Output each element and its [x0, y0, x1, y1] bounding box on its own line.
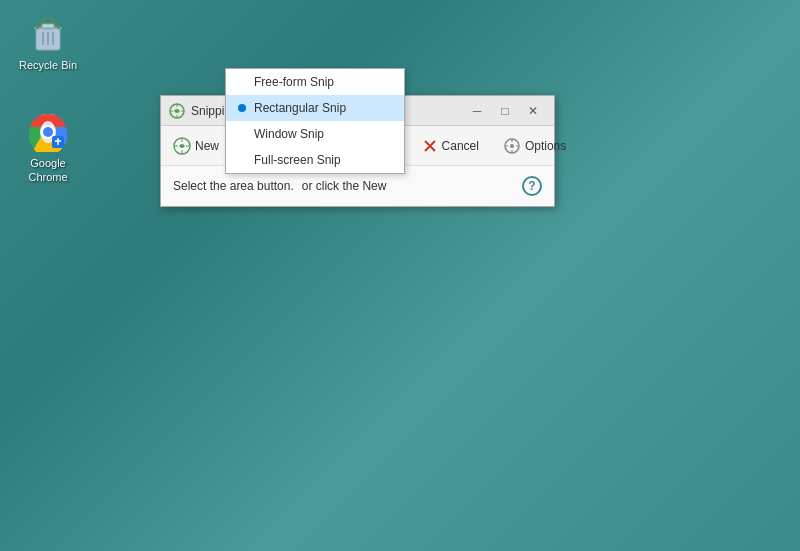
menu-item-freeform[interactable]: Free-form Snip [226, 69, 404, 95]
options-button[interactable]: Options [495, 131, 574, 161]
close-button[interactable]: ✕ [520, 101, 546, 121]
recycle-bin-label: Recycle Bin [19, 58, 77, 72]
content-text: Select the area button. [173, 179, 294, 193]
cancel-button[interactable]: Cancel [414, 131, 487, 161]
title-bar-controls: ─ □ ✕ [464, 101, 546, 121]
new-button[interactable]: New [165, 131, 227, 161]
menu-item-fullscreen[interactable]: Full-screen Snip [226, 147, 404, 173]
chrome-icon[interactable]: Google Chrome [8, 108, 88, 189]
options-icon [503, 137, 521, 155]
recycle-bin-image [28, 14, 68, 54]
chrome-image [28, 112, 68, 152]
chrome-label: Google Chrome [12, 156, 84, 185]
menu-item-window[interactable]: Window Snip [226, 121, 404, 147]
svg-point-4 [43, 127, 53, 137]
recycle-bin-icon[interactable]: Recycle Bin [8, 10, 88, 76]
snipping-tool-title-icon [169, 103, 185, 119]
cancel-icon [422, 138, 438, 154]
maximize-button[interactable]: □ [492, 101, 518, 121]
help-button[interactable]: ? [522, 176, 542, 196]
new-icon [173, 137, 191, 155]
content-text2: or click the New [302, 179, 387, 193]
menu-item-rectangular[interactable]: Rectangular Snip [226, 95, 404, 121]
svg-point-11 [510, 144, 514, 148]
minimize-button[interactable]: ─ [464, 101, 490, 121]
rectangular-selected-bullet [238, 104, 246, 112]
mode-dropdown-menu: Free-form Snip Rectangular Snip Window S… [225, 68, 405, 174]
